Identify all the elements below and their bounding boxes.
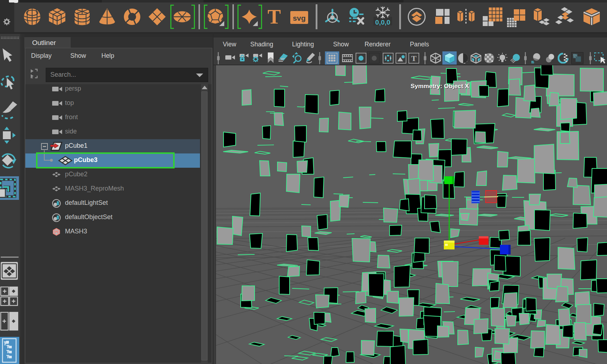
svg-text:T: T: [411, 54, 417, 63]
svg-text:0,0,0: 0,0,0: [375, 19, 390, 26]
svg-text:T: T: [267, 7, 281, 27]
svg-text:svg: svg: [293, 14, 306, 22]
svg-text:Symmetry: Object X: Symmetry: Object X: [411, 82, 469, 90]
